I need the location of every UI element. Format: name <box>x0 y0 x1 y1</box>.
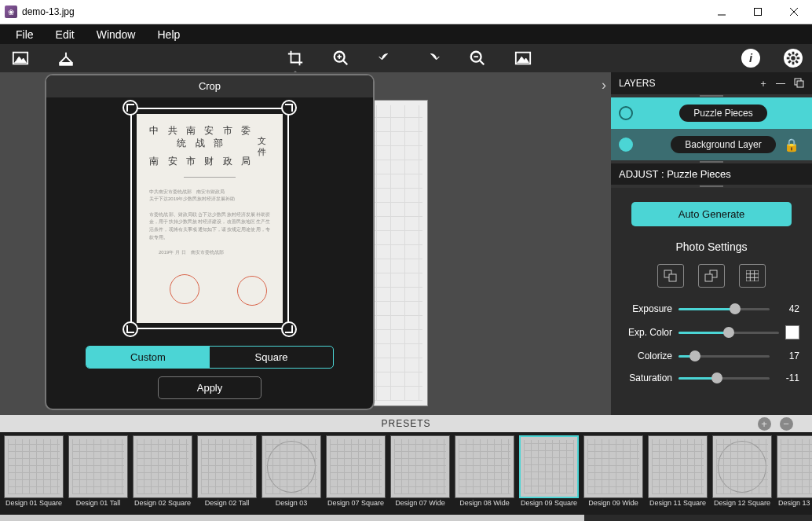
window-titlebar: demo-13.jpg <box>0 0 812 24</box>
svg-marker-5 <box>15 57 27 62</box>
layer-name: Puzzle Pieces <box>679 105 766 122</box>
main-area: › Crop 中 共 南 安 市 委 统 战 部南 安 市 财 政 局文 件 —… <box>0 72 812 415</box>
collapse-panel-button[interactable]: › <box>602 77 606 94</box>
crop-frame[interactable]: 中 共 南 安 市 委 统 战 部南 安 市 财 政 局文 件 ————————… <box>130 108 289 329</box>
preset-label: Design 11 Square <box>649 500 706 508</box>
crop-mode-custom[interactable]: Custom <box>86 347 210 368</box>
crop-popup: Crop 中 共 南 安 市 委 统 战 部南 安 市 财 政 局文 件 ———… <box>45 74 375 410</box>
preset-label: Design 03 <box>276 500 308 508</box>
fit-window-button[interactable] <box>512 47 534 69</box>
crop-handle-tl[interactable] <box>123 100 138 116</box>
svg-line-24 <box>788 61 791 63</box>
menu-bar: File Edit Window Help <box>0 24 812 44</box>
preset-label: Design 13 Square <box>778 500 812 508</box>
canvas[interactable]: › Crop 中 共 南 安 市 委 统 战 部南 安 市 财 政 局文 件 —… <box>0 72 611 415</box>
preset-item[interactable]: Design 01 Square <box>3 435 64 508</box>
adjust-panel: Auto Generate Photo Settings Exposure 42… <box>611 188 812 415</box>
layout-option-grid[interactable] <box>739 264 766 288</box>
auto-generate-button[interactable]: Auto Generate <box>631 202 792 226</box>
preset-item[interactable]: Design 01 Tall <box>68 435 129 508</box>
svg-rect-6 <box>60 63 73 66</box>
settings-button[interactable] <box>784 49 803 68</box>
remove-layer-button[interactable]: — <box>776 78 785 89</box>
svg-text:i: i <box>749 52 753 64</box>
preset-item[interactable]: Design 11 Square <box>647 435 708 508</box>
preset-label: Design 09 Square <box>521 500 577 508</box>
crop-handle-bl[interactable] <box>123 321 138 337</box>
svg-rect-32 <box>746 270 759 281</box>
svg-line-25 <box>796 53 798 56</box>
menu-window[interactable]: Window <box>86 25 147 44</box>
svg-rect-29 <box>669 274 676 281</box>
svg-point-17 <box>791 56 796 61</box>
crop-handle-tr[interactable] <box>281 100 297 116</box>
exp-color-swatch[interactable] <box>785 325 799 339</box>
preset-remove-button[interactable]: − <box>780 417 793 431</box>
crop-handle-br[interactable] <box>281 321 297 337</box>
crop-apply-button[interactable]: Apply <box>158 376 262 399</box>
preset-item[interactable]: Design 08 Wide <box>454 435 515 508</box>
layout-option-1[interactable] <box>657 264 684 288</box>
lock-icon: 🔒 <box>784 138 799 152</box>
layer-name: Background Layer <box>671 136 775 153</box>
presets-scrollbar[interactable] <box>0 515 812 521</box>
window-maximize-button[interactable] <box>740 0 776 24</box>
preset-label: Design 01 Square <box>5 500 62 508</box>
preset-item[interactable]: Design 13 Square <box>776 435 812 508</box>
redo-button[interactable] <box>421 47 443 69</box>
crop-mode-square[interactable]: Square <box>210 347 333 368</box>
window-close-button[interactable] <box>776 0 812 24</box>
svg-line-23 <box>796 61 798 63</box>
undo-button[interactable] <box>375 47 397 69</box>
app-icon <box>5 6 17 18</box>
preset-item[interactable]: Design 02 Tall <box>196 435 258 508</box>
zoom-in-button[interactable] <box>330 47 352 69</box>
menu-edit[interactable]: Edit <box>45 25 86 44</box>
svg-rect-31 <box>705 274 712 281</box>
menu-help[interactable]: Help <box>146 25 191 44</box>
preset-item[interactable]: Design 02 Square <box>132 435 193 508</box>
adjust-header: ADJUST : Puzzle Pieces <box>611 163 812 185</box>
photo-settings-title: Photo Settings <box>624 240 799 253</box>
saturation-slider: Saturation -11 <box>624 372 799 383</box>
menu-file[interactable]: File <box>5 25 45 44</box>
add-layer-button[interactable]: ＋ <box>759 77 768 90</box>
preset-label: Design 02 Tall <box>205 500 249 508</box>
preset-item[interactable]: Design 09 Wide <box>583 435 644 508</box>
preset-item[interactable]: Design 07 Square <box>325 435 386 508</box>
preset-add-button[interactable]: + <box>758 417 771 431</box>
window-title: demo-13.jpg <box>22 6 704 17</box>
svg-rect-27 <box>797 81 803 87</box>
crop-tool-button[interactable] <box>284 47 306 69</box>
preset-label: Design 02 Square <box>134 500 191 508</box>
main-toolbar: i <box>0 44 812 72</box>
presets-panel: PRESETS + − Design 01 SquareDesign 01 Ta… <box>0 415 812 521</box>
layer-visibility-toggle[interactable] <box>619 138 633 152</box>
save-button[interactable] <box>55 47 77 69</box>
presets-header: PRESETS + − <box>0 415 812 432</box>
duplicate-layer-button[interactable] <box>793 77 804 90</box>
svg-line-22 <box>788 53 791 56</box>
preset-item[interactable]: Design 09 Square <box>518 435 580 508</box>
info-button[interactable]: i <box>741 49 760 68</box>
preset-item[interactable]: Design 03 <box>261 435 322 508</box>
window-minimize-button[interactable] <box>704 0 740 24</box>
layer-row-background[interactable]: Background Layer 🔒 <box>611 129 812 160</box>
colorize-slider: Colorize 17 <box>624 350 799 361</box>
svg-line-8 <box>343 61 348 65</box>
preset-label: Design 07 Square <box>327 500 384 508</box>
preset-label: Design 09 Wide <box>588 500 638 508</box>
layer-row-puzzle-pieces[interactable]: Puzzle Pieces <box>611 97 812 129</box>
svg-rect-1 <box>755 9 762 16</box>
open-image-button[interactable] <box>9 47 31 69</box>
svg-line-12 <box>480 61 485 65</box>
layer-visibility-toggle[interactable] <box>619 106 633 120</box>
preset-label: Design 07 Wide <box>395 500 445 508</box>
layers-header-label: LAYERS <box>619 78 751 89</box>
preset-item[interactable]: Design 07 Wide <box>390 435 451 508</box>
preset-label: Design 12 Square <box>714 500 770 508</box>
preset-item[interactable]: Design 12 Square <box>711 435 773 508</box>
layout-option-2[interactable] <box>698 264 725 288</box>
zoom-out-button[interactable] <box>466 47 488 69</box>
presets-strip[interactable]: Design 01 SquareDesign 01 TallDesign 02 … <box>0 432 812 515</box>
